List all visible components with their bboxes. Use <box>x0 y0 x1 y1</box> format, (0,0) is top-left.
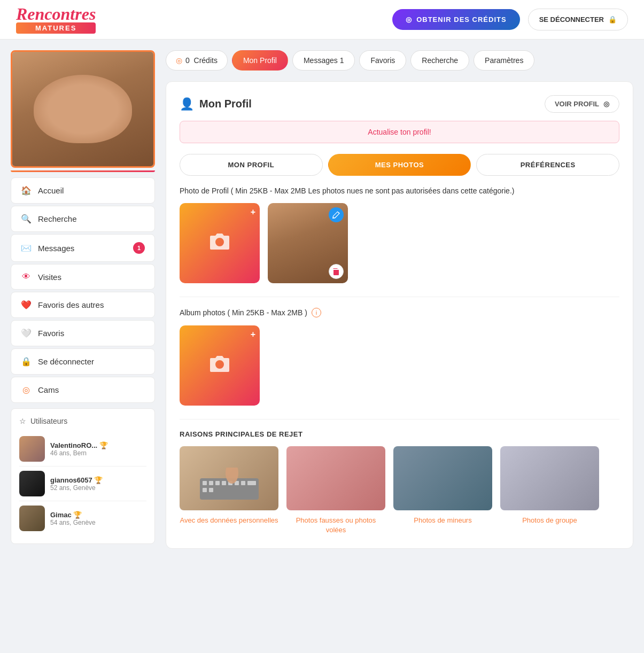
svg-rect-2 <box>209 481 213 485</box>
nav-item-accueil[interactable]: 🏠 Accueil <box>11 177 155 204</box>
rejection-grid: Avec des données personnelles Photos fau… <box>180 446 619 535</box>
sub-tabs: MON PROFIL MES PHOTOS PRÉFÉRENCES <box>180 154 619 176</box>
deconnect-label: SE DÉCONNECTER <box>539 15 604 24</box>
sub-tab-mes-photos[interactable]: MES PHOTOS <box>328 154 471 176</box>
header: Rencontres MATURES ◎ OBTENIR DES CRÉDITS… <box>0 0 644 40</box>
album-photos-grid: + <box>180 325 619 406</box>
svg-rect-8 <box>247 481 256 485</box>
photo-delete-button[interactable] <box>329 264 344 279</box>
nav-label-deconnect: Se déconnecter <box>38 357 94 366</box>
profile-title-text: Mon Profil <box>199 98 252 110</box>
rejection-photo-4 <box>500 446 599 510</box>
user-avatar-3 <box>19 506 45 531</box>
logo-top: Rencontres <box>16 5 96 22</box>
content-card: 👤 Mon Profil VOIR PROFIL ◎ Actualise ton… <box>166 81 633 549</box>
nav-item-cams[interactable]: ◎ Cams <box>11 377 155 403</box>
users-section: ☆ Utilisateurs ValentinoRO... 🏆 46 ans, … <box>11 408 155 544</box>
tabs-bar: ◎ 0 Crédits Mon Profil Messages 1 Favori… <box>166 50 633 71</box>
rejection-photo-1 <box>180 446 278 510</box>
mail-icon: ✉️ <box>21 243 32 253</box>
nav-label-messages: Messages <box>38 244 74 253</box>
profile-photo-label: Photo de Profil ( Min 25KB - Max 2MB Les… <box>180 186 619 195</box>
album-title-text: Album photos ( Min 25KB - Max 2MB ) <box>180 308 307 317</box>
star-icon: ☆ <box>19 417 26 425</box>
rejection-label-3: Photos de mineurs <box>393 516 492 525</box>
lock-icon: 🔒 <box>608 15 617 24</box>
nav-item-recherche[interactable]: 🔍 Recherche <box>11 206 155 232</box>
svg-rect-7 <box>241 481 245 485</box>
camera-upload-icon <box>209 231 230 255</box>
user-avatar-2 <box>19 471 45 496</box>
nav-label-favoris-autres: Favoris des autres <box>38 300 104 309</box>
heart-outline-icon: 🤍 <box>21 328 32 338</box>
plus-icon-album: + <box>251 330 255 339</box>
svg-rect-9 <box>203 488 207 492</box>
profile-photos-grid: + <box>180 203 619 283</box>
rejection-item-1: Avec des données personnelles <box>180 446 278 535</box>
nav-label-accueil: Accueil <box>38 186 64 195</box>
voir-profil-button[interactable]: VOIR PROFIL ◎ <box>545 95 619 113</box>
heart-filled-icon: ❤️ <box>21 300 32 310</box>
user-name-2: giannos6057 🏆 <box>50 476 103 484</box>
credits-tab-label: 0 Crédits <box>185 56 218 65</box>
tab-parametres[interactable]: Paramètres <box>474 50 534 71</box>
tab-recherche[interactable]: Recherche <box>410 50 469 71</box>
profile-title: 👤 Mon Profil <box>180 97 252 111</box>
nav-label-favoris: Favoris <box>38 329 64 338</box>
rejection-label-1: Avec des données personnelles <box>180 516 278 525</box>
user-item-3[interactable]: Gimac 🏆 54 ans, Genève <box>19 501 146 535</box>
cam-icon: ◎ <box>21 385 32 395</box>
svg-rect-10 <box>209 488 213 492</box>
user-name-1: ValentinoRO... 🏆 <box>50 441 108 449</box>
user-sub-1: 46 ans, Bern <box>50 449 108 457</box>
credits-tab-icon: ◎ <box>176 56 182 65</box>
nav-item-visites[interactable]: 👁 Visites <box>11 264 155 290</box>
voir-profil-label: VOIR PROFIL <box>555 100 599 108</box>
tab-messages[interactable]: Messages 1 <box>292 50 355 71</box>
rejection-photo-2 <box>286 446 385 510</box>
tab-favoris[interactable]: Favoris <box>359 50 406 71</box>
lock-nav-icon: 🔒 <box>21 356 32 367</box>
logo-bottom: MATURES <box>16 22 96 34</box>
get-credits-button[interactable]: ◎ OBTENIR DES CRÉDITS <box>392 9 520 30</box>
user-item-2[interactable]: giannos6057 🏆 52 ans, Genève <box>19 467 146 501</box>
user-item-1[interactable]: ValentinoRO... 🏆 46 ans, Bern <box>19 432 146 467</box>
plus-icon-upload: + <box>251 207 255 217</box>
sub-tab-preferences[interactable]: PRÉFÉRENCES <box>476 154 619 176</box>
nav-item-deconnect[interactable]: 🔒 Se déconnecter <box>11 348 155 375</box>
voir-profil-icon: ◎ <box>603 100 609 108</box>
camera-album-icon <box>209 354 230 378</box>
user-avatar-1 <box>19 436 45 462</box>
tab-mon-profil[interactable]: Mon Profil <box>232 50 288 71</box>
eye-icon: 👁 <box>21 272 32 282</box>
profile-header: 👤 Mon Profil VOIR PROFIL ◎ <box>180 95 619 113</box>
home-icon: 🏠 <box>21 185 32 196</box>
header-buttons: ◎ OBTENIR DES CRÉDITS SE DÉCONNECTER 🔒 <box>392 9 628 30</box>
user-info-1: ValentinoRO... 🏆 46 ans, Bern <box>50 441 108 457</box>
album-upload-box[interactable]: + <box>180 325 260 406</box>
nav-item-favoris[interactable]: 🤍 Favoris <box>11 320 155 346</box>
credits-icon: ◎ <box>406 15 412 24</box>
album-info-icon[interactable]: i <box>312 308 321 317</box>
credits-button-label: OBTENIR DES CRÉDITS <box>416 15 507 24</box>
sub-tab-mon-profil[interactable]: MON PROFIL <box>180 154 323 176</box>
nav-label-visites: Visites <box>38 273 61 282</box>
album-title-row: Album photos ( Min 25KB - Max 2MB ) i <box>180 308 619 317</box>
tab-credits[interactable]: ◎ 0 Crédits <box>166 50 228 71</box>
users-title-label: Utilisateurs <box>30 417 67 425</box>
svg-rect-3 <box>215 481 220 485</box>
deconnect-button[interactable]: SE DÉCONNECTER 🔒 <box>528 9 628 30</box>
profile-title-icon: 👤 <box>180 97 194 111</box>
nav-item-favoris-autres[interactable]: ❤️ Favoris des autres <box>11 292 155 318</box>
nav-label-cams: Cams <box>38 385 59 394</box>
svg-rect-1 <box>203 481 207 485</box>
sidebar: 🏠 Accueil 🔍 Recherche ✉️ Messages 1 👁 Vi… <box>11 50 155 549</box>
avatar-container[interactable] <box>11 50 155 168</box>
nav-item-messages[interactable]: ✉️ Messages 1 <box>11 234 155 262</box>
photo-edit-button[interactable] <box>329 207 344 222</box>
photo-upload-box[interactable]: + <box>180 203 260 283</box>
user-sub-2: 52 ans, Genève <box>50 484 103 492</box>
alert-banner: Actualise ton profil! <box>180 121 619 143</box>
rejection-label-4: Photos de groupe <box>500 516 599 525</box>
rejection-item-2: Photos fausses ou photos volées <box>286 446 385 535</box>
